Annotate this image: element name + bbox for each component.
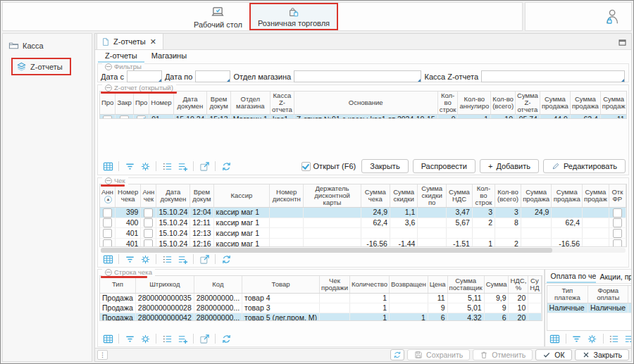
kassa-input[interactable] xyxy=(481,70,625,82)
add-button[interactable]: +Добавить xyxy=(480,159,539,173)
table-row[interactable]: Продажа2800000000028280000000...товар 31… xyxy=(100,303,541,313)
column-header[interactable]: Сумма скидки xyxy=(390,184,417,208)
date-to-input[interactable] xyxy=(195,70,230,82)
table-row[interactable]: 40115.10.2412:13кассир маг 1 xyxy=(100,228,626,239)
table-row[interactable]: НаличныеНаличные24,9 xyxy=(547,303,632,313)
column-header[interactable]: Дата докумен xyxy=(156,184,190,208)
cancel-button[interactable]: Отменить xyxy=(473,349,533,360)
tab-z-reports[interactable]: Z-отчеты ✕ xyxy=(97,33,163,49)
nav-retail[interactable]: Розничная торговля xyxy=(249,3,338,30)
column-header[interactable]: Кол-во строк xyxy=(472,184,495,208)
open-window-button[interactable] xyxy=(197,253,211,265)
column-header[interactable]: Сумма продаж xyxy=(600,92,627,115)
row-checkbox[interactable] xyxy=(613,229,622,238)
add-list-button[interactable] xyxy=(175,160,189,172)
numbered-list-button[interactable] xyxy=(607,332,621,345)
table-row[interactable]: 40115.10.2412:16кассир маг 1-16,56-1,44-… xyxy=(100,239,626,247)
row-checkbox[interactable] xyxy=(613,239,622,247)
more-button[interactable]: ⋮ xyxy=(97,350,108,360)
column-header[interactable]: Сумма скидки по xyxy=(418,184,447,208)
column-header[interactable]: Сумма продажа xyxy=(521,184,552,208)
row-checkbox[interactable] xyxy=(103,229,112,238)
column-header[interactable]: Анн▴ xyxy=(100,184,115,208)
table-row[interactable]: 40015.10.2412:11кассир маг 162,43,65,672… xyxy=(100,218,626,228)
row-checkbox[interactable] xyxy=(613,218,622,227)
column-header[interactable]: Номер xyxy=(149,92,173,115)
save-button[interactable]: Сохранить xyxy=(407,349,470,360)
row-checkbox[interactable] xyxy=(103,239,112,247)
sidebar-folder-kassa[interactable]: Касса xyxy=(3,34,92,52)
maximize-button[interactable] xyxy=(614,36,631,49)
row-checkbox[interactable] xyxy=(144,239,153,247)
column-header[interactable]: Сумма платежа xyxy=(628,286,632,303)
row-checkbox[interactable] xyxy=(103,115,112,119)
filter-button[interactable] xyxy=(123,253,137,265)
table-row[interactable]: Продажа2800000000035280000000...товар 41… xyxy=(100,294,541,303)
grid-button[interactable] xyxy=(548,332,562,345)
sort-icon[interactable]: ▴ xyxy=(104,196,112,203)
column-header[interactable]: Тип xyxy=(100,276,135,294)
edit-button[interactable]: Редактировать xyxy=(543,159,626,173)
refresh-button[interactable] xyxy=(219,160,233,172)
close-zreport-button[interactable]: Закрыть xyxy=(361,159,408,173)
column-header[interactable]: Сумма Z-отчета xyxy=(516,92,540,115)
add-list-button[interactable] xyxy=(175,253,189,265)
column-header[interactable]: Сумма xyxy=(484,276,509,294)
row-checkbox[interactable] xyxy=(103,218,112,227)
store-input[interactable] xyxy=(294,70,421,82)
column-header[interactable]: Кол-во (всего) xyxy=(495,184,521,208)
column-header[interactable]: Номер дисконтн xyxy=(270,184,304,208)
nav-desktop[interactable]: Рабочий стол xyxy=(187,3,249,30)
gear-button[interactable] xyxy=(138,160,152,172)
column-header[interactable]: Держатель дисконтной карты xyxy=(304,184,361,208)
collapse-icon[interactable] xyxy=(105,269,112,276)
column-header[interactable]: Сумма продажа xyxy=(570,92,600,115)
column-header[interactable]: НДС, % xyxy=(509,276,528,294)
column-header[interactable]: Про xyxy=(100,92,116,115)
numbered-list-button[interactable] xyxy=(160,160,174,172)
gear-button[interactable] xyxy=(585,332,599,345)
row-checkbox[interactable] xyxy=(120,115,129,119)
column-header[interactable]: Касса Z-отчета xyxy=(270,92,294,115)
grid-button[interactable] xyxy=(101,332,115,345)
numbered-list-button[interactable] xyxy=(160,253,174,265)
refresh-button[interactable] xyxy=(219,253,233,265)
row-checkbox[interactable] xyxy=(613,208,622,218)
row-checkbox[interactable] xyxy=(137,115,146,119)
column-header[interactable]: Код xyxy=(194,276,242,294)
user-icon[interactable] xyxy=(602,8,621,26)
column-header[interactable]: Закр xyxy=(116,92,133,115)
column-header[interactable]: Кол-во аннулиро xyxy=(458,92,491,115)
column-header[interactable]: Кол-во (всего) xyxy=(491,92,516,115)
open-filter-checkbox-label[interactable]: Открыт (F6) xyxy=(302,162,356,171)
gear-button[interactable] xyxy=(138,332,152,345)
table-row[interactable]: 9115.10.2415:13Магазин 1kas1Z-отчет №91 … xyxy=(100,115,627,120)
ok-button[interactable]: ОК xyxy=(535,349,571,360)
column-header[interactable]: Отдел магазина xyxy=(230,92,270,115)
close-button[interactable]: Закрыть xyxy=(575,349,629,360)
repost-button[interactable]: Распровести xyxy=(413,159,476,173)
column-header[interactable]: Возвращен xyxy=(390,276,428,294)
gear-button[interactable] xyxy=(138,253,152,265)
column-header[interactable]: Сумма продажа xyxy=(540,92,570,115)
column-header[interactable]: Кол-во строк xyxy=(437,92,458,115)
row-checkbox[interactable] xyxy=(144,229,153,238)
collapse-icon[interactable] xyxy=(105,84,112,92)
filter-button[interactable] xyxy=(123,332,137,345)
column-header[interactable]: Штрихкод xyxy=(135,276,194,294)
column-header[interactable]: Номер чека xyxy=(115,184,141,208)
add-list-button[interactable] xyxy=(175,332,189,345)
column-header[interactable]: Врем докум xyxy=(207,92,230,115)
filter-button[interactable] xyxy=(123,160,137,172)
column-header[interactable]: Дата докумен xyxy=(173,92,207,115)
open-window-button[interactable] xyxy=(197,160,211,172)
tab-payment[interactable]: Оплата по чеку xyxy=(547,270,596,283)
collapse-icon[interactable] xyxy=(105,63,112,70)
table-row[interactable]: Продажа2800000000042280000000...товар 5 … xyxy=(100,313,541,322)
column-header[interactable]: Про xyxy=(133,92,149,115)
open-window-button[interactable] xyxy=(197,332,211,345)
column-header[interactable]: Врем докум xyxy=(190,184,213,208)
column-header[interactable]: Отк ФР xyxy=(609,184,626,208)
grid-button[interactable] xyxy=(101,253,115,265)
tab-close-icon[interactable]: ✕ xyxy=(149,38,157,45)
